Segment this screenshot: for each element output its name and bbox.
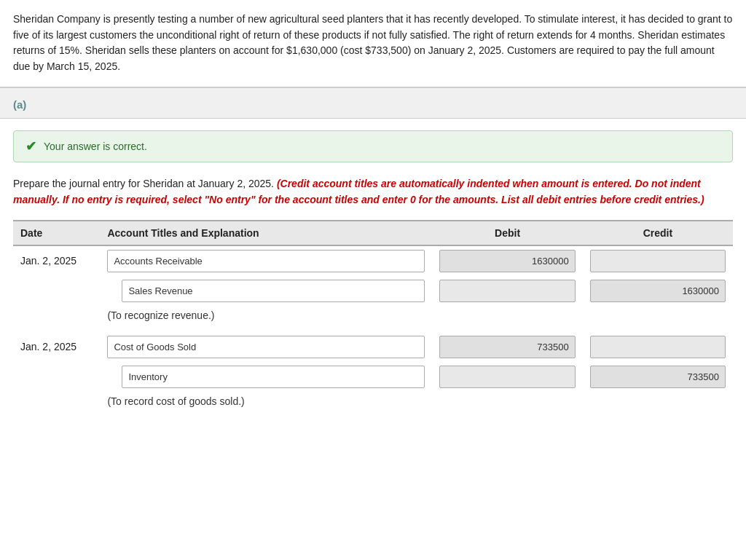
debit-input-1-0[interactable] xyxy=(439,336,575,358)
account-input-1-0[interactable] xyxy=(107,336,425,358)
entry-date: Jan. 2, 2025 xyxy=(13,332,100,362)
instructions-prefix: Prepare the journal entry for Sheridan a… xyxy=(13,178,274,189)
intro-section: Sheridan Company is presently testing a … xyxy=(0,0,746,88)
entry-credit-cell[interactable] xyxy=(583,245,733,276)
entry-credit-cell[interactable] xyxy=(583,332,733,362)
credit-input-0-0[interactable] xyxy=(590,250,726,272)
debit-input-0-0[interactable] xyxy=(439,250,575,272)
note-row: (To record cost of goods sold.) xyxy=(13,392,733,411)
entry-account-cell[interactable] xyxy=(100,362,432,392)
section-label: (a) xyxy=(13,98,26,111)
account-input-0-1[interactable] xyxy=(122,280,425,302)
credit-input-1-1[interactable] xyxy=(590,366,726,388)
header-date: Date xyxy=(13,221,100,245)
note-row: (To recognize revenue.) xyxy=(13,306,733,325)
entry-date xyxy=(13,276,100,306)
entry-credit-cell[interactable] xyxy=(583,362,733,392)
entry-account-cell[interactable] xyxy=(100,245,432,276)
credit-input-1-0[interactable] xyxy=(590,336,726,358)
entry-debit-cell[interactable] xyxy=(432,245,582,276)
content-area: ✔ Your answer is correct. Prepare the jo… xyxy=(0,119,746,422)
note-text: (To record cost of goods sold.) xyxy=(100,392,733,411)
debit-input-1-1[interactable] xyxy=(439,366,575,388)
account-input-1-1[interactable] xyxy=(122,366,425,388)
correct-banner: ✔ Your answer is correct. xyxy=(13,130,733,162)
entry-date xyxy=(13,362,100,392)
entry-date: Jan. 2, 2025 xyxy=(13,245,100,276)
entry-account-cell[interactable] xyxy=(100,332,432,362)
table-row xyxy=(13,362,733,392)
account-input-0-0[interactable] xyxy=(107,250,425,272)
table-row xyxy=(13,276,733,306)
instructions: Prepare the journal entry for Sheridan a… xyxy=(13,176,733,208)
header-debit: Debit xyxy=(432,221,582,245)
entry-credit-cell[interactable] xyxy=(583,276,733,306)
journal-table: Date Account Titles and Explanation Debi… xyxy=(13,220,733,411)
checkmark-icon: ✔ xyxy=(25,138,36,154)
table-row: Jan. 2, 2025 xyxy=(13,332,733,362)
debit-input-0-1[interactable] xyxy=(439,280,575,302)
header-account: Account Titles and Explanation xyxy=(100,221,432,245)
entry-account-cell[interactable] xyxy=(100,276,432,306)
table-header-row: Date Account Titles and Explanation Debi… xyxy=(13,221,733,245)
intro-text: Sheridan Company is presently testing a … xyxy=(13,12,733,75)
correct-message: Your answer is correct. xyxy=(44,141,147,152)
spacer-row xyxy=(13,325,733,332)
entry-debit-cell[interactable] xyxy=(432,362,582,392)
entry-debit-cell[interactable] xyxy=(432,276,582,306)
section-a-header: (a) xyxy=(0,88,746,119)
entry-debit-cell[interactable] xyxy=(432,332,582,362)
credit-input-0-1[interactable] xyxy=(590,280,726,302)
table-row: Jan. 2, 2025 xyxy=(13,245,733,276)
note-text: (To recognize revenue.) xyxy=(100,306,733,325)
header-credit: Credit xyxy=(583,221,733,245)
